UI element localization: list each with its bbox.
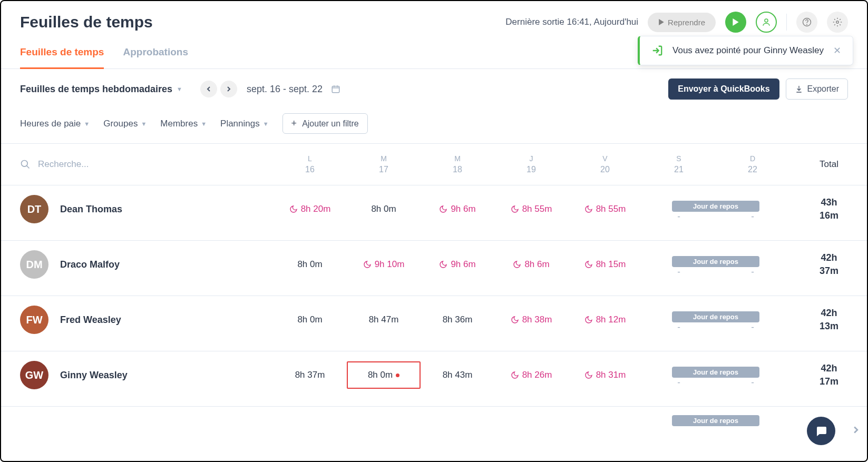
time-cell[interactable]: 8h 36m	[421, 314, 494, 325]
svg-point-0	[765, 19, 768, 22]
time-cell[interactable]: 8h 0m	[347, 204, 421, 214]
toolbar: Feuilles de temps hebdomadaires ▼ sept. …	[1, 69, 867, 100]
chevron-down-icon: ▼	[84, 121, 90, 127]
chevron-left-icon	[206, 86, 211, 92]
chevron-right-icon	[852, 426, 860, 434]
table-row[interactable]: DT Dean Thomas 8h 20m8h 0m9h 6m8h 55m8h …	[1, 185, 867, 241]
view-dropdown[interactable]: Feuilles de temps hebdomadaires ▼	[20, 84, 182, 95]
time-cell[interactable]: 8h 6m	[494, 259, 568, 270]
time-cell[interactable]: 8h 31m	[568, 370, 642, 380]
time-cell[interactable]: 9h 6m	[421, 204, 494, 214]
time-cell[interactable]: 8h 15m	[568, 259, 642, 270]
avatar: DT	[20, 195, 48, 223]
tab-timesheets[interactable]: Feuilles de temps	[20, 46, 104, 69]
resume-label: Reprendre	[668, 18, 705, 27]
rest-dash: -	[751, 267, 754, 277]
member-cell: FW Fred Weasley	[20, 306, 273, 334]
rest-dash: -	[677, 377, 680, 388]
time-cell[interactable]: 8h 47m	[347, 314, 421, 325]
moon-icon	[363, 260, 372, 269]
time-cell[interactable]: 8h 0m	[273, 314, 347, 325]
rest-dash: -	[677, 322, 680, 332]
day-number: 21	[642, 165, 716, 174]
add-filter-button[interactable]: + Ajouter un filtre	[282, 113, 368, 134]
time-cell[interactable]: 8h 55m	[568, 204, 642, 214]
total-cell: 42h17m	[789, 362, 867, 388]
svg-point-3	[836, 21, 839, 24]
rest-dash: -	[677, 211, 680, 222]
user-switch-button[interactable]	[756, 12, 777, 33]
help-button[interactable]	[796, 12, 817, 33]
filter-groups[interactable]: Groupes▼	[103, 119, 147, 129]
user-icon	[762, 17, 771, 27]
prev-week-button[interactable]	[200, 81, 217, 97]
scroll-right-button[interactable]	[852, 426, 860, 436]
moon-icon	[584, 371, 593, 379]
play-icon	[732, 18, 739, 26]
day-column-header: M17	[347, 154, 421, 174]
avatar: FW	[20, 306, 48, 334]
moon-icon	[511, 371, 519, 379]
table-header: L16M17M18J19V20S21D22 Total	[1, 144, 867, 185]
moon-icon	[439, 260, 447, 269]
export-button[interactable]: Exporter	[786, 78, 848, 100]
moon-icon	[584, 205, 593, 213]
member-name: Fred Weasley	[60, 314, 121, 326]
chevron-down-icon: ▼	[263, 121, 269, 127]
member-cell: DT Dean Thomas	[20, 195, 273, 223]
time-cell[interactable]: 8h 12m	[568, 314, 642, 325]
tab-approvals[interactable]: Approbations	[123, 46, 188, 69]
time-cell[interactable]: 8h 38m	[494, 314, 568, 325]
moon-icon	[439, 205, 447, 213]
toast-close-button[interactable]: ✕	[833, 45, 841, 56]
gear-icon	[833, 17, 842, 27]
search-input[interactable]	[38, 159, 150, 170]
calendar-icon	[331, 84, 340, 94]
chevron-down-icon: ▼	[141, 121, 147, 127]
time-cell[interactable]: 8h 20m	[273, 204, 347, 214]
tabs: Feuilles de temps Approbations Vous avez…	[1, 33, 867, 69]
date-range[interactable]: sept. 16 - sept. 22	[247, 84, 340, 95]
day-abbr: V	[568, 154, 642, 163]
time-cell[interactable]: 8h 37m	[273, 370, 347, 380]
time-cell[interactable]: 8h 0m	[273, 259, 347, 270]
time-cell[interactable]: 8h 26m	[494, 370, 568, 380]
day-column-header: D22	[716, 154, 789, 174]
download-icon	[795, 85, 803, 93]
chevron-right-icon	[226, 86, 231, 92]
filter-plannings[interactable]: Plannings▼	[220, 119, 269, 129]
filter-members[interactable]: Membres▼	[160, 119, 207, 129]
view-dropdown-label: Feuilles de temps hebdomadaires	[20, 84, 172, 95]
settings-button[interactable]	[827, 12, 848, 33]
table-row[interactable]: DM Draco Malfoy 8h 0m9h 10m9h 6m8h 6m8h …	[1, 241, 867, 296]
rest-badge: Jour de repos	[672, 415, 759, 426]
svg-rect-4	[332, 86, 339, 93]
table-row[interactable]: GW Ginny Weasley 8h 37m8h 0m8h 43m8h 26m…	[1, 351, 867, 407]
time-cell[interactable]: 8h 43m	[421, 370, 494, 380]
rest-days: Jour de repos --	[642, 362, 789, 388]
time-cell[interactable]: 8h 0m	[347, 361, 421, 389]
time-cell[interactable]: 9h 6m	[421, 259, 494, 270]
rest-badge: Jour de repos	[672, 367, 759, 378]
member-name: Dean Thomas	[60, 204, 122, 215]
time-cell[interactable]: 8h 55m	[494, 204, 568, 214]
send-quickbooks-button[interactable]: Envoyer à QuickBooks	[668, 78, 779, 100]
time-cell[interactable]: 9h 10m	[347, 259, 421, 270]
next-week-button[interactable]	[220, 81, 237, 97]
total-cell: 42h37m	[789, 251, 867, 278]
clock-in-button[interactable]	[725, 12, 746, 33]
day-abbr: M	[421, 154, 494, 163]
table-row[interactable]: FW Fred Weasley 8h 0m8h 47m8h 36m8h 38m8…	[1, 296, 867, 351]
resume-button[interactable]: Reprendre	[648, 13, 716, 32]
filter-pay-hours[interactable]: Heures de paie▼	[20, 119, 90, 129]
table-row[interactable]: Jour de repos	[1, 407, 867, 411]
moon-icon	[511, 316, 519, 324]
rest-badge: Jour de repos	[672, 201, 759, 212]
toast-notification: Vous avez pointé pour Ginny Weasley ✕	[638, 36, 853, 65]
chat-button[interactable]	[807, 417, 835, 445]
day-column-header: L16	[273, 154, 347, 174]
svg-point-2	[807, 24, 807, 25]
filter-bar: Heures de paie▼ Groupes▼ Membres▼ Planni…	[1, 100, 867, 143]
chevron-down-icon: ▼	[201, 121, 207, 127]
timesheet-table: L16M17M18J19V20S21D22 Total DT Dean Thom…	[1, 143, 867, 461]
